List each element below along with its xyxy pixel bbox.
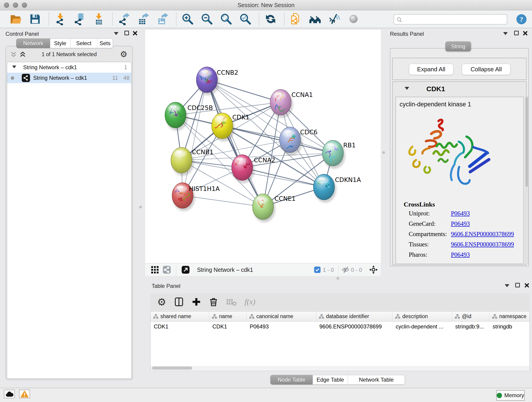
tab-network-table[interactable]: Network Table	[348, 375, 405, 385]
cdk1-entry-header[interactable]: CDK1	[393, 82, 526, 96]
table-cell[interactable]: stringdb	[489, 322, 530, 332]
network-options-gear-icon[interactable]: ⚙	[120, 50, 127, 59]
grid-view-icon[interactable]	[151, 266, 159, 274]
network-node-CCNB1[interactable]	[171, 147, 194, 176]
column-header-@id[interactable]: @id	[452, 312, 489, 321]
table-panel-float-icon[interactable]	[515, 283, 520, 287]
results-scrollbar-thumb[interactable]	[526, 97, 528, 187]
add-column-icon[interactable]	[192, 297, 201, 306]
network-node-CCNB2[interactable]	[196, 67, 219, 95]
column-header-namespace[interactable]: namespace	[489, 312, 530, 321]
results-panel-menu-caret-icon[interactable]	[503, 32, 508, 35]
zoom-fit-icon[interactable]	[220, 12, 233, 26]
import-table-icon[interactable]	[92, 12, 105, 26]
network-node-CCNA1[interactable]	[270, 89, 293, 118]
tab-select[interactable]: Select	[70, 38, 97, 48]
table-row[interactable]: CDK1CDK1P064939606.ENSP00000378699cyclin…	[151, 322, 530, 332]
network-node-CDC6[interactable]	[279, 127, 302, 155]
crosslink-link[interactable]: 9606.ENSP00000378699	[451, 230, 514, 238]
table-cell[interactable]: CDK1	[209, 322, 247, 332]
network-node-CDC25B[interactable]	[165, 102, 188, 131]
left-splitter-handle[interactable]	[139, 206, 142, 208]
import-network-database-icon[interactable]	[73, 12, 86, 26]
entry-collapse-caret-icon[interactable]	[405, 87, 409, 90]
save-session-icon[interactable]	[28, 12, 42, 26]
column-header-canonical-name[interactable]: canonical name	[247, 312, 316, 321]
table-cell[interactable]: stringdb:9...	[452, 322, 489, 332]
column-header-description[interactable]: description	[393, 312, 452, 321]
network-node-RB1[interactable]	[322, 140, 345, 169]
tab-string[interactable]: String	[445, 41, 471, 51]
zoom-out-icon[interactable]	[200, 12, 214, 26]
memory-label: Memory	[504, 392, 524, 399]
export-image-icon[interactable]	[156, 12, 169, 26]
tab-node-table[interactable]: Node Table	[270, 375, 313, 385]
network-node-CDKN1A[interactable]	[313, 174, 336, 203]
warning-icon[interactable]	[19, 390, 30, 398]
table-scrollbar-thumb[interactable]	[152, 366, 192, 370]
help-icon[interactable]: ?	[516, 14, 527, 25]
tab-network[interactable]: Network	[16, 38, 50, 48]
tab-edge-table[interactable]: Edge Table	[313, 375, 348, 385]
tree-expand-caret-icon[interactable]	[12, 65, 16, 68]
tab-style[interactable]: Style	[50, 38, 70, 48]
control-panel-menu-caret-icon[interactable]	[114, 32, 119, 35]
string-share-badge-icon[interactable]	[163, 266, 171, 274]
table-panel-menu-caret-icon[interactable]	[505, 284, 509, 287]
search-icon	[396, 17, 403, 23]
birdseye-view-icon[interactable]	[181, 266, 190, 274]
zoom-selected-icon[interactable]	[239, 12, 252, 26]
crosslink-link[interactable]: 9606.ENSP00000378699	[451, 241, 514, 248]
delete-column-icon[interactable]	[209, 297, 218, 307]
structure-sphere-icon[interactable]	[347, 12, 360, 26]
tab-sets[interactable]: Sets	[97, 38, 113, 48]
cloud-icon[interactable]	[4, 390, 15, 398]
table-cell[interactable]: P06493	[247, 322, 316, 332]
table-cell[interactable]: cyclin-dependent ...	[393, 322, 452, 332]
import-network-file-icon[interactable]	[54, 12, 67, 26]
gear-icon[interactable]: ⚙	[157, 296, 166, 308]
columns-icon[interactable]	[174, 297, 184, 307]
collapse-all-button[interactable]: Collapse All	[462, 64, 510, 75]
column-header-database-identifier[interactable]: database identifier	[316, 312, 393, 321]
crosslink-link[interactable]: P06493	[451, 251, 470, 258]
export-table-icon[interactable]	[137, 12, 150, 26]
crosslink-link[interactable]: P06493	[451, 220, 470, 227]
glass-ball-eye-icon[interactable]	[328, 12, 341, 26]
hidden-eye-icon[interactable]	[341, 266, 350, 274]
string-documents-icon[interactable]	[289, 12, 302, 26]
network-tree-child-row[interactable]: String Network – cdk1 11 48	[7, 73, 131, 83]
control-panel-close-icon[interactable]	[132, 31, 137, 36]
zoom-in-icon[interactable]	[181, 12, 194, 26]
table-cell[interactable]: CDK1	[151, 322, 209, 332]
network-canvas[interactable]: CCNB2 CCNA1 CDC25B CDK1 CDC6 RB1 CCNB1 C…	[145, 30, 381, 263]
apply-layout-refresh-icon[interactable]	[264, 12, 277, 26]
control-panel-float-icon[interactable]	[124, 31, 129, 35]
right-splitter-handle[interactable]	[382, 151, 385, 154]
node-label-CCNE1: CCNE1	[274, 195, 296, 202]
network-node-CDK1[interactable]	[212, 113, 234, 141]
results-scrollbar[interactable]	[525, 96, 528, 264]
crosslink-link[interactable]: P06493	[451, 210, 470, 217]
string-houses-icon[interactable]	[308, 12, 322, 26]
expand-all-button[interactable]: Expand All	[409, 64, 453, 75]
network-collection-label: String Network – cdk1	[23, 64, 77, 70]
network-node-CCNE1[interactable]	[253, 194, 275, 222]
results-panel-float-icon[interactable]	[514, 31, 519, 35]
selected-checkbox-icon[interactable]	[314, 266, 321, 273]
memory-button[interactable]: Memory	[496, 390, 525, 401]
export-network-icon[interactable]	[117, 12, 131, 26]
table-horizontal-scrollbar[interactable]	[151, 366, 530, 370]
table-panel-close-icon[interactable]	[524, 283, 529, 288]
network-tree-root-row[interactable]: String Network – cdk1 1	[7, 62, 131, 73]
column-header-shared-name[interactable]: shared name	[151, 312, 209, 321]
move-crosshair-icon[interactable]	[369, 265, 378, 274]
network-node-CCNA2[interactable]	[232, 155, 254, 183]
column-header-name[interactable]: name	[209, 312, 247, 321]
search-input[interactable]	[404, 15, 505, 24]
function-fx-icon: f(x)	[244, 298, 255, 306]
toolbar-separator	[112, 13, 113, 26]
open-session-icon[interactable]	[9, 12, 22, 26]
results-panel-close-icon[interactable]	[522, 31, 527, 36]
table-cell[interactable]: 9606.ENSP00000378699	[316, 322, 393, 332]
